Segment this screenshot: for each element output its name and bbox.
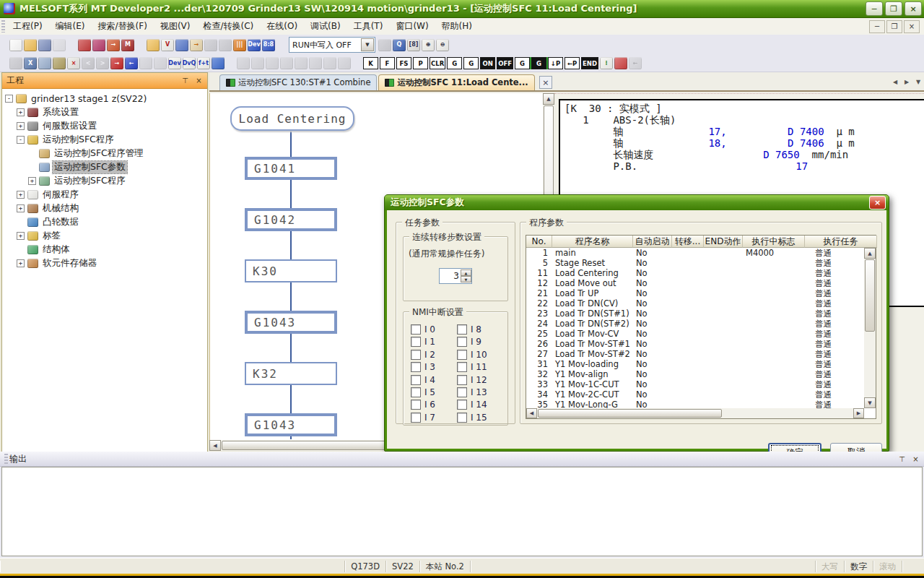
expand-icon[interactable]: + xyxy=(17,191,25,199)
checkbox-unchecked-icon[interactable] xyxy=(411,350,421,360)
sfc-on-button[interactable]: ON xyxy=(480,57,495,69)
expand-icon[interactable]: + xyxy=(17,232,25,240)
minimize-button[interactable]: ─ xyxy=(866,1,883,16)
sfc-edit-1-icon[interactable] xyxy=(237,57,250,69)
sfc-edit-7-icon[interactable] xyxy=(323,57,336,69)
open-program-icon[interactable] xyxy=(147,39,160,51)
nmi-checkbox-i2[interactable]: I 2 xyxy=(411,350,435,360)
close-button[interactable]: × xyxy=(905,1,922,16)
program-check-icon[interactable]: V xyxy=(161,39,174,51)
nmi-checkbox-i15[interactable]: I 15 xyxy=(457,413,487,423)
mdi-close-button[interactable]: × xyxy=(904,20,920,33)
table-row[interactable]: 12Load Move outNo普通 xyxy=(526,278,864,288)
expand-icon[interactable]: + xyxy=(17,122,25,130)
sfc-edit-8-icon[interactable] xyxy=(338,57,351,69)
sfc-g-shift-button[interactable]: G xyxy=(515,57,530,69)
checkbox-unchecked-icon[interactable] xyxy=(457,400,467,410)
tab-sfc-130[interactable]: 运动控制SFC 130:ST#1 Combine xyxy=(219,74,377,90)
tree-system-settings[interactable]: +系统设置 xyxy=(5,105,207,119)
table-hscrollbar[interactable]: ◀ ▶ xyxy=(526,408,864,418)
checkbox-unchecked-icon[interactable] xyxy=(411,324,421,335)
table-row[interactable]: 34Y1 Mov-2C-CUTNo普通 xyxy=(526,389,864,400)
copy-icon[interactable] xyxy=(38,57,51,69)
checkbox-unchecked-icon[interactable] xyxy=(457,387,467,397)
tree-machine[interactable]: +机械结构 xyxy=(5,202,207,215)
column-header-1[interactable]: 程序名称 xyxy=(552,236,633,248)
menu-tools[interactable]: 工具(T) xyxy=(347,19,390,33)
transfer-setup-icon[interactable] xyxy=(78,39,91,51)
mdi-restore-button[interactable]: ❐ xyxy=(886,20,902,33)
dev-batch-icon[interactable]: 8:8 xyxy=(262,39,275,51)
run-write-combo[interactable]: RUN中写入 OFF▼ xyxy=(289,37,375,53)
sfc-g2-button[interactable]: G xyxy=(463,57,479,69)
tree-sfc-param[interactable]: +运动控制SFC参数 xyxy=(5,160,207,174)
expand-icon[interactable]: + xyxy=(28,177,36,185)
combo-dropdown-icon[interactable]: ▼ xyxy=(361,38,374,51)
table-scroll-up-icon[interactable]: ▲ xyxy=(864,248,876,259)
column-header-6[interactable]: 执行任务 xyxy=(805,236,877,248)
zoom-out-icon[interactable]: ⊖ xyxy=(436,39,449,51)
menu-view[interactable]: 视图(V) xyxy=(154,19,197,33)
column-header-4[interactable]: END动作 xyxy=(704,236,743,248)
sfc-off-button[interactable]: OFF xyxy=(497,57,513,69)
column-header-2[interactable]: 自动启动 xyxy=(633,236,672,248)
spinner-down-icon[interactable]: ▼ xyxy=(461,276,471,282)
checkbox-unchecked-icon[interactable] xyxy=(457,350,467,360)
pin-icon[interactable]: ⊤ xyxy=(180,76,191,86)
checkbox-unchecked-icon[interactable] xyxy=(457,337,467,347)
sfc-end-button[interactable]: END xyxy=(581,57,598,69)
spinner-up-icon[interactable]: ▲ xyxy=(461,269,471,276)
table-hscroll-thumb[interactable] xyxy=(538,409,722,418)
table-row[interactable]: 1mainNoM4000普通 xyxy=(526,248,864,258)
sfc-step-g1042-1[interactable]: G1042 xyxy=(245,208,337,231)
expand-icon[interactable]: + xyxy=(17,259,25,267)
tree-root[interactable]: -grinder13 stage1 z(SV22) xyxy=(5,92,207,105)
checkbox-unchecked-icon[interactable] xyxy=(411,387,421,397)
sfc-edit-6-icon[interactable] xyxy=(309,57,322,69)
menu-project[interactable]: 工程(P) xyxy=(6,19,49,33)
sfc-step-k30-2[interactable]: K30 xyxy=(245,259,337,282)
cut-icon[interactable]: X xyxy=(24,57,37,69)
nmi-checkbox-i6[interactable]: I 6 xyxy=(411,400,435,410)
merge-branch-icon[interactable]: ← xyxy=(629,57,642,69)
tree-device-memory[interactable]: +软元件存储器 xyxy=(5,256,207,270)
sfc-g-shift2-button[interactable]: G xyxy=(531,57,546,69)
table-row[interactable]: 35Y1 Mov-Long-GNo普通 xyxy=(526,400,864,408)
project-close-icon[interactable]: × xyxy=(193,76,204,86)
device-find-icon[interactable]: Q xyxy=(393,39,406,51)
restore-button[interactable]: ❐ xyxy=(885,1,902,16)
table-row[interactable]: 22Load Tr DN(CV)No普通 xyxy=(526,298,864,309)
tree-sfc-folder[interactable]: -运动控制SFC程序 xyxy=(5,133,207,147)
print-icon[interactable] xyxy=(53,39,66,51)
save-project-icon[interactable] xyxy=(38,39,51,51)
output-close-icon[interactable]: × xyxy=(910,454,921,464)
expand-icon[interactable]: + xyxy=(17,204,25,212)
checkbox-unchecked-icon[interactable] xyxy=(457,413,467,423)
collapse-icon[interactable]: - xyxy=(17,136,25,144)
tab-sfc-11[interactable]: 运动控制SFC 11:Load Cente... xyxy=(378,74,534,90)
tree-sfc-manage[interactable]: +运动控制SFC程序管理 xyxy=(5,147,207,160)
nmi-checkbox-i11[interactable]: I 11 xyxy=(457,362,487,372)
convert-icon[interactable]: → xyxy=(110,57,123,69)
step-count-spinner[interactable]: 3 ▲ ▼ xyxy=(439,268,472,284)
diagram-scroll-up-icon[interactable]: ▲ xyxy=(543,93,554,105)
sfc-edit-5-icon[interactable] xyxy=(295,57,308,69)
tree-cam-data[interactable]: +凸轮数据 xyxy=(5,215,207,229)
tab-list-dropdown-icon[interactable]: ▼ xyxy=(912,77,924,87)
output-content[interactable] xyxy=(1,467,923,556)
menu-help[interactable]: 帮助(H) xyxy=(435,19,479,33)
nmi-checkbox-i13[interactable]: I 13 xyxy=(457,387,487,397)
doc-next-icon[interactable] xyxy=(154,57,167,69)
insert-row-icon[interactable] xyxy=(204,39,217,51)
table-row[interactable]: 31Y1 Mov-loadingNo普通 xyxy=(526,359,864,369)
sfc-g1-button[interactable]: G xyxy=(447,57,462,69)
checkbox-unchecked-icon[interactable] xyxy=(411,400,421,410)
tree-servo-program[interactable]: +伺服程序 xyxy=(5,188,207,202)
relative-check-icon[interactable] xyxy=(175,39,188,51)
output-pin-icon[interactable]: ⊤ xyxy=(897,454,907,464)
redo-icon[interactable]: > xyxy=(96,57,109,69)
sfc-step-g1043-5[interactable]: G1043 xyxy=(245,413,337,436)
paste-icon[interactable] xyxy=(53,57,66,69)
nmi-checkbox-i4[interactable]: I 4 xyxy=(411,375,435,385)
sort-icon[interactable] xyxy=(378,39,391,51)
